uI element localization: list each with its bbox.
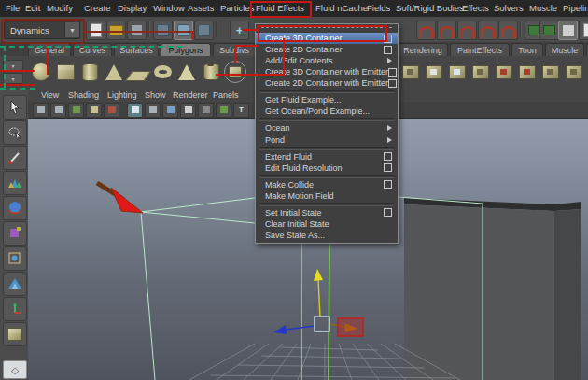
shelf-menu-widget[interactable]: ▾▾ [3,60,23,84]
shelf-tab-rendering[interactable]: Rendering [398,43,448,56]
select-by-hierarchy-icon[interactable] [153,21,173,40]
new-scene-icon[interactable] [86,21,105,40]
menu-modify[interactable]: Modify [47,0,73,17]
shelf-tab-polygons[interactable]: Polygons [161,43,211,56]
poly-cylinder-icon[interactable] [78,59,101,85]
poly-tool-icon-2[interactable] [423,59,445,85]
menu-item-create-3d-container[interactable]: Create 3D Container [256,33,398,44]
poly-smooth-icon[interactable] [224,59,246,85]
select-by-component-icon[interactable] [194,21,214,40]
menu-item-create-3d-container-with-emitter[interactable]: Create 3D Container with Emitter [256,66,398,77]
poly-pyramid-icon[interactable] [175,59,198,85]
shadows-icon[interactable] [198,103,214,118]
poly-cube-object[interactable] [404,198,581,380]
panel-menu-renderer[interactable]: Renderer [173,89,208,102]
paint-select-tool[interactable] [3,146,27,170]
menu-tearoff-handle[interactable] [261,27,392,32]
shelf-tab-curves[interactable]: Curves [73,43,112,56]
menu-item-pond[interactable]: Pond [256,134,398,146]
shelf-tab-toon[interactable]: Toon [511,43,543,56]
menu-file[interactable]: File [6,0,20,17]
menu-item-create-2d-container[interactable]: Create 2D Container [256,44,398,55]
poly-cone-icon[interactable] [103,59,125,85]
select-by-object-icon[interactable] [174,21,193,40]
select-tool[interactable] [3,95,27,120]
grease-pencil-icon[interactable] [104,103,119,118]
menu-muscle[interactable]: Muscle [529,0,557,17]
poly-cube-icon[interactable] [54,59,77,85]
menu-set-selector[interactable]: Dynamics ▼ [4,21,80,39]
menu-fluid-effects[interactable]: Fluid Effects [256,0,304,17]
menu-item-edit-fluid-resolution[interactable]: Edit Fluid Resolution [256,162,398,174]
menu-pipeline-cache[interactable]: Pipeline C [563,0,588,17]
image-plane-icon[interactable] [86,103,102,118]
menu-edit[interactable]: Edit [25,0,40,17]
shelf-tab-general[interactable]: General [28,43,71,56]
menu-window[interactable]: Window [153,0,185,17]
camera-select-icon[interactable] [33,103,49,118]
snap-to-grid-icon[interactable] [416,21,436,40]
option-box-icon[interactable] [384,208,392,217]
poly-tool-icon-6[interactable] [516,59,539,85]
textured-icon[interactable] [162,103,178,118]
poly-tool-icon-5[interactable] [493,59,515,85]
poly-sphere-icon[interactable] [30,59,52,85]
option-box-icon[interactable] [388,79,397,88]
option-box-icon[interactable] [384,163,392,172]
option-box-icon[interactable] [384,152,392,161]
menu-fields[interactable]: Fields [367,0,390,17]
option-box-icon[interactable] [384,46,392,54]
shelf-tab-painteffects[interactable]: PaintEffects [450,43,510,56]
menu-fluid-ncache[interactable]: Fluid nCache [315,0,368,17]
panel-menu-show[interactable]: Show [145,89,166,102]
menu-soft-rigid-bodies[interactable]: Soft/Rigid Bodies [396,0,464,17]
output-connections-icon[interactable] [539,21,559,40]
save-scene-icon[interactable] [127,21,147,40]
rotate-tool[interactable] [3,196,27,220]
single-pane-layout-button[interactable]: ◇ [3,360,27,379]
panel-menu-view[interactable]: View [41,89,59,102]
shelf-tab-muscle[interactable]: Muscle [545,43,584,56]
option-box-icon[interactable] [384,180,392,189]
snap-to-view-plane-icon[interactable] [498,21,518,40]
panel-menu-lighting[interactable]: Lighting [107,89,137,102]
construction-history-icon[interactable] [558,21,578,40]
soft-modification-tool[interactable] [3,272,27,296]
menu-item-get-fluid-example[interactable]: Get Fluid Example... [256,94,398,106]
camera-bookmark-icon[interactable] [68,103,84,118]
dropdown-arrow-icon[interactable]: ▼ [64,22,79,37]
menu-item-save-state-as[interactable]: Save State As... [256,230,398,241]
shaded-icon[interactable] [145,103,161,118]
menu-display[interactable]: Display [118,0,147,17]
poly-torus-icon[interactable] [151,59,174,85]
menu-assets[interactable]: Assets [188,0,215,17]
poly-pipe-icon[interactable] [200,59,222,85]
menu-particles[interactable]: Particles [220,0,254,17]
lighting-icon[interactable] [180,103,196,118]
snap-to-curve-icon[interactable] [437,21,456,40]
menu-create[interactable]: Create [84,0,111,17]
scale-tool[interactable] [3,221,27,246]
panel-menu-shading[interactable]: Shading [68,89,99,102]
universal-manipulator-tool[interactable] [3,246,27,271]
open-editor-icon[interactable] [579,21,588,40]
poly-plane-icon[interactable] [127,59,149,85]
poly-tool-icon-4[interactable] [469,59,492,85]
menu-item-make-collide[interactable]: Make Collide [256,179,398,190]
show-manipulator-tool[interactable] [3,297,27,321]
option-box-icon[interactable] [388,68,397,77]
open-scene-icon[interactable] [106,21,126,40]
highlight-selection-icon[interactable]: + [230,21,249,40]
poly-tool-icon-3[interactable] [446,59,469,85]
last-tool-used[interactable] [3,322,27,346]
lasso-select-tool[interactable] [3,120,27,145]
shelf-tab-surfaces[interactable]: Surfaces [114,43,159,56]
wireframe-icon[interactable] [127,103,143,118]
move-tool[interactable] [3,171,27,195]
camera-lock-icon[interactable] [50,103,66,118]
shelf-tab-subdivs[interactable]: Subdivs [213,43,256,56]
menu-item-get-ocean-pond-example[interactable]: Get Ocean/Pond Example... [256,106,398,117]
text-hud-icon[interactable]: T [233,103,249,118]
snap-to-plane-icon[interactable] [478,21,497,40]
poly-tool-icon-8[interactable] [563,59,585,85]
